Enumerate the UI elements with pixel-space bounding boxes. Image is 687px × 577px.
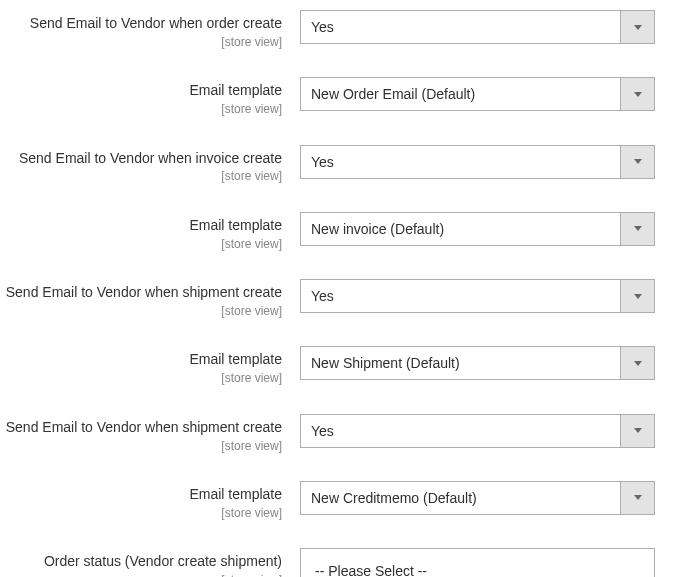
field-input-col: Yes (300, 414, 655, 448)
field-label: Send Email to Vendor when invoice create (0, 149, 282, 168)
select-shipment-email-template[interactable]: New Shipment (Default) (300, 346, 655, 380)
select-value: Yes (301, 146, 620, 178)
field-invoice-email-template: Email template [store view] New invoice … (0, 212, 687, 251)
select-creditmemo-email[interactable]: Yes (300, 414, 655, 448)
field-input-col: New Creditmemo (Default) (300, 481, 655, 515)
field-label: Email template (0, 81, 282, 100)
field-label: Send Email to Vendor when shipment creat… (0, 283, 282, 302)
chevron-down-icon (620, 78, 654, 110)
field-label-col: Email template [store view] (0, 346, 300, 385)
field-input-col: New invoice (Default) (300, 212, 655, 246)
scope-label: [store view] (0, 35, 282, 49)
listbox-option[interactable]: -- Please Select -- (301, 555, 654, 577)
field-label: Email template (0, 350, 282, 369)
field-input-col: New Shipment (Default) (300, 346, 655, 380)
field-order-email: Send Email to Vendor when order create [… (0, 10, 687, 49)
field-label-col: Email template [store view] (0, 77, 300, 116)
select-order-email-template[interactable]: New Order Email (Default) (300, 77, 655, 111)
field-shipment-email-template: Email template [store view] New Shipment… (0, 346, 687, 385)
field-input-col: -- Please Select -- Pending Processing (300, 548, 655, 577)
scope-label: [store view] (0, 304, 282, 318)
select-value: Yes (301, 280, 620, 312)
field-label-col: Email template [store view] (0, 481, 300, 520)
chevron-down-icon (620, 347, 654, 379)
field-label-col: Order status (Vendor create shipment) [s… (0, 548, 300, 577)
field-creditmemo-email: Send Email to Vendor when shipment creat… (0, 414, 687, 453)
select-value: New Creditmemo (Default) (301, 482, 620, 514)
field-invoice-email: Send Email to Vendor when invoice create… (0, 145, 687, 184)
scope-label: [store view] (0, 237, 282, 251)
field-creditmemo-email-template: Email template [store view] New Creditme… (0, 481, 687, 520)
chevron-down-icon (620, 11, 654, 43)
select-order-email[interactable]: Yes (300, 10, 655, 44)
select-invoice-email-template[interactable]: New invoice (Default) (300, 212, 655, 246)
select-value: New Shipment (Default) (301, 347, 620, 379)
scope-label: [store view] (0, 506, 282, 520)
field-label-col: Email template [store view] (0, 212, 300, 251)
field-label-col: Send Email to Vendor when order create [… (0, 10, 300, 49)
scope-label: [store view] (0, 169, 282, 183)
field-shipment-email: Send Email to Vendor when shipment creat… (0, 279, 687, 318)
chevron-down-icon (620, 482, 654, 514)
field-label-col: Send Email to Vendor when shipment creat… (0, 414, 300, 453)
select-value: Yes (301, 11, 620, 43)
select-invoice-email[interactable]: Yes (300, 145, 655, 179)
field-label: Email template (0, 485, 282, 504)
field-input-col: Yes (300, 279, 655, 313)
field-order-email-template: Email template [store view] New Order Em… (0, 77, 687, 116)
chevron-down-icon (620, 280, 654, 312)
select-shipment-email[interactable]: Yes (300, 279, 655, 313)
chevron-down-icon (620, 146, 654, 178)
chevron-down-icon (620, 213, 654, 245)
field-input-col: Yes (300, 10, 655, 44)
scope-label: [store view] (0, 439, 282, 453)
field-input-col: Yes (300, 145, 655, 179)
field-label: Send Email to Vendor when order create (0, 14, 282, 33)
chevron-down-icon (620, 415, 654, 447)
select-value: New invoice (Default) (301, 213, 620, 245)
field-order-status: Order status (Vendor create shipment) [s… (0, 548, 687, 577)
select-value: Yes (301, 415, 620, 447)
field-label: Email template (0, 216, 282, 235)
select-creditmemo-email-template[interactable]: New Creditmemo (Default) (300, 481, 655, 515)
scope-label: [store view] (0, 371, 282, 385)
field-input-col: New Order Email (Default) (300, 77, 655, 111)
scope-label: [store view] (0, 102, 282, 116)
scope-label: [store view] (0, 573, 282, 577)
field-label-col: Send Email to Vendor when shipment creat… (0, 279, 300, 318)
field-label: Send Email to Vendor when shipment creat… (0, 418, 282, 437)
listbox-order-status[interactable]: -- Please Select -- Pending Processing (300, 548, 655, 577)
field-label-col: Send Email to Vendor when invoice create… (0, 145, 300, 184)
field-label: Order status (Vendor create shipment) (0, 552, 282, 571)
select-value: New Order Email (Default) (301, 78, 620, 110)
